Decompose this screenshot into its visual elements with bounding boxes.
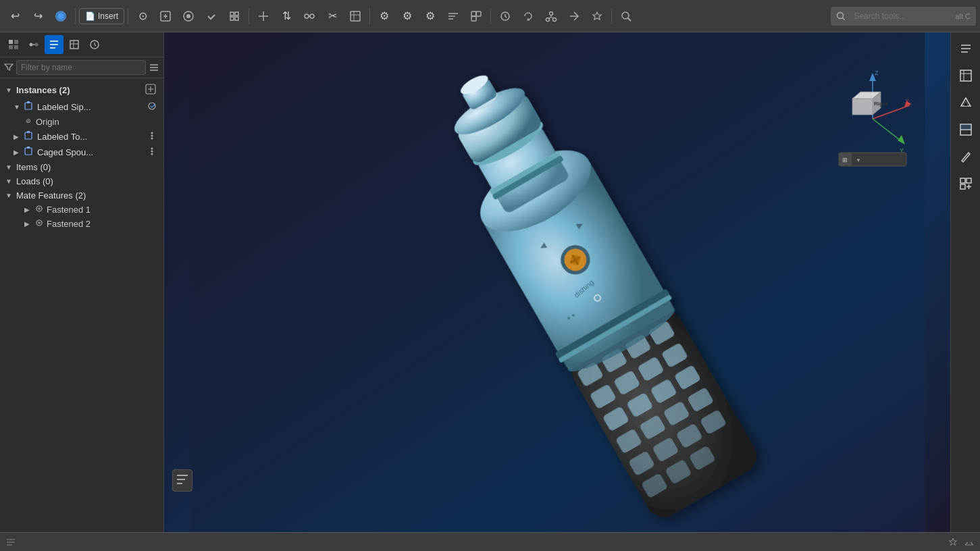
list-view-icon[interactable] <box>149 62 159 73</box>
labeled-sip-action[interactable] <box>146 101 158 113</box>
svg-rect-109 <box>960 70 971 81</box>
tool-23[interactable] <box>615 5 637 27</box>
svg-rect-29 <box>25 103 32 109</box>
svg-text:▼: ▼ <box>856 157 861 163</box>
sidebar-mode-5[interactable] <box>85 35 104 54</box>
loads-label: Loads (0) <box>16 176 53 186</box>
svg-point-1 <box>58 14 63 19</box>
right-panel-view3d[interactable] <box>954 90 978 115</box>
fastened-1-label: Fastened 1 <box>47 205 91 215</box>
fastened-2-expand: ▶ <box>24 220 32 228</box>
svg-point-17 <box>546 18 550 21</box>
sidebar-mode-3[interactable] <box>45 35 63 54</box>
sidebar-filter-input[interactable] <box>16 60 146 75</box>
tool-5[interactable] <box>178 5 199 27</box>
tool-6[interactable] <box>201 5 222 27</box>
tree-fastened-2[interactable]: ▶ Fastened 2 <box>0 217 163 231</box>
viewport-panel-toggle[interactable] <box>172 469 192 492</box>
tool-7[interactable] <box>224 5 245 27</box>
tool-13[interactable]: ⚙ <box>373 5 395 27</box>
tool-15[interactable]: ⚙ <box>419 5 441 27</box>
sidebar-mode-1[interactable] <box>4 35 23 54</box>
separator-4 <box>369 8 370 24</box>
svg-point-18 <box>553 18 557 21</box>
tool-21[interactable] <box>563 5 585 27</box>
tool-4[interactable] <box>155 5 176 27</box>
tool-16[interactable] <box>442 5 464 27</box>
3d-viewport[interactable]: dishing ● ● Z X Y <box>164 32 950 532</box>
home-button[interactable] <box>50 5 72 27</box>
mate-features-header[interactable]: ▼ Mate Features (2) <box>0 188 163 203</box>
svg-marker-99 <box>898 135 905 145</box>
svg-point-36 <box>151 132 153 134</box>
tree-fastened-1[interactable]: ▶ Fastened 1 <box>0 203 163 217</box>
feature-tree: ▼ Instances (2) ▼ Labeled Sip... <box>0 78 163 532</box>
insert-icon: 📄 <box>85 11 95 21</box>
search-shortcut: alt C <box>955 12 971 20</box>
insert-label: Insert <box>98 11 118 21</box>
undo-button[interactable]: ↩ <box>4 5 26 27</box>
labeled-to-label: Labeled To... <box>37 132 87 142</box>
tool-10[interactable] <box>299 5 320 27</box>
svg-rect-113 <box>966 178 971 183</box>
tree-caged-spou[interactable]: ▶ Caged Spou... <box>0 145 163 160</box>
separator-5 <box>490 8 491 24</box>
svg-point-43 <box>151 153 153 155</box>
labeled-sip-expand: ▼ <box>14 103 22 111</box>
right-panel-sketch[interactable] <box>954 145 978 169</box>
tool-3[interactable]: ⊙ <box>132 5 153 27</box>
orientation-widget[interactable]: Z X Y Right <box>832 65 913 173</box>
labeled-to-action[interactable] <box>146 131 158 142</box>
redo-button[interactable]: ↪ <box>27 5 49 27</box>
svg-rect-7 <box>230 17 234 20</box>
tool-22[interactable] <box>586 5 608 27</box>
tree-labeled-to[interactable]: ▶ Labeled To... <box>0 129 163 145</box>
mate-features-label: Mate Features (2) <box>16 190 86 201</box>
svg-line-98 <box>873 119 903 142</box>
labeled-to-expand: ▶ <box>14 133 22 140</box>
svg-text:⊞: ⊞ <box>842 157 848 163</box>
svg-rect-5 <box>230 12 234 16</box>
tool-12[interactable] <box>344 5 366 27</box>
svg-text:Right: Right <box>874 101 888 107</box>
toolbar-search-input[interactable] <box>850 9 951 23</box>
view-cube-area: Z X Y Right <box>832 65 913 173</box>
separator-1 <box>75 8 76 24</box>
right-panel-view2d[interactable] <box>954 63 978 88</box>
tool-19[interactable] <box>517 5 539 27</box>
tool-18[interactable] <box>494 5 516 27</box>
tree-labeled-sip[interactable]: ▼ Labeled Sip... <box>0 99 163 115</box>
tool-17[interactable] <box>465 5 487 27</box>
labeled-sip-label: Labeled Sip... <box>37 102 91 112</box>
svg-rect-40 <box>27 147 30 149</box>
tool-9[interactable]: ⇅ <box>276 5 297 27</box>
separator-3 <box>249 8 249 24</box>
tool-14[interactable]: ⚙ <box>396 5 418 27</box>
right-panel-extra[interactable] <box>954 172 978 196</box>
sidebar-mode-2[interactable] <box>24 35 43 54</box>
tool-11[interactable]: ✂ <box>321 5 343 27</box>
instances-label: Instances (2) <box>16 85 70 95</box>
instances-add-button[interactable] <box>143 83 158 97</box>
instances-header[interactable]: ▼ Instances (2) <box>0 81 163 99</box>
separator-2 <box>128 8 128 24</box>
sidebar-mode-4[interactable] <box>65 35 84 54</box>
right-panel-section[interactable] <box>954 117 978 142</box>
svg-rect-30 <box>27 101 30 103</box>
right-panel-properties[interactable] <box>954 36 978 61</box>
svg-rect-39 <box>25 148 32 155</box>
tool-20[interactable] <box>540 5 562 27</box>
caged-spou-action[interactable] <box>146 147 158 158</box>
svg-rect-11 <box>351 11 360 21</box>
svg-text:Z: Z <box>875 70 879 76</box>
caged-spou-expand: ▶ <box>14 149 22 156</box>
insert-button[interactable]: 📄 Insert <box>79 8 124 24</box>
loads-header[interactable]: ▼ Loads (0) <box>0 174 163 188</box>
instances-expand: ▼ <box>5 86 14 94</box>
svg-rect-22 <box>14 40 18 44</box>
tree-origin[interactable]: Origin <box>0 115 163 129</box>
svg-rect-12 <box>471 11 476 16</box>
svg-rect-8 <box>235 17 238 20</box>
tool-8[interactable] <box>253 5 274 27</box>
items-header[interactable]: ▼ Items (0) <box>0 160 163 174</box>
